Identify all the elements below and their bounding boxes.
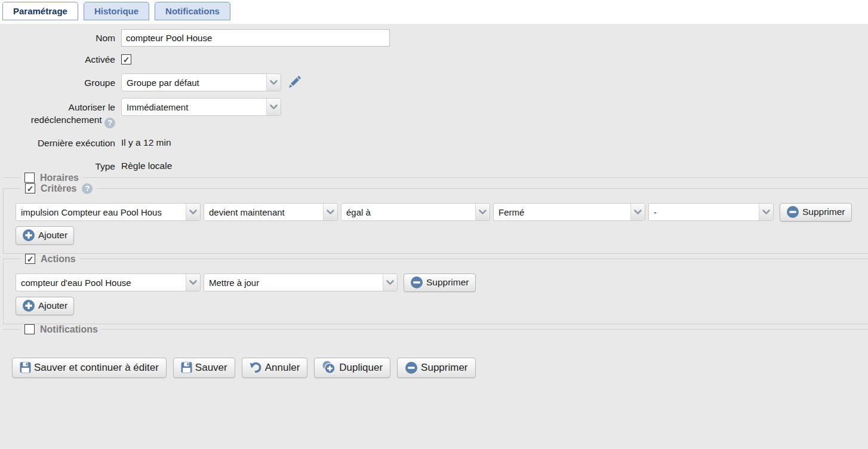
last-execution-label: Dernière exécution <box>0 137 121 149</box>
critere-extra-select[interactable]: - <box>648 203 774 221</box>
critere-operator-value: égal à <box>341 207 475 217</box>
duplicate-label: Dupliquer <box>339 362 383 374</box>
critere-add-button[interactable]: Ajouter <box>16 226 74 245</box>
critere-valeur-value: Fermé <box>494 207 630 217</box>
retrigger-label: Autoriser le redéclenchement ? <box>0 98 121 128</box>
chevron-down-icon <box>630 204 645 220</box>
delete-button[interactable]: Supprimer <box>397 358 475 378</box>
retrigger-help-icon[interactable]: ? <box>104 118 115 128</box>
critere-row: impulsion Compteur eau Pool Hous devient… <box>16 203 868 222</box>
save-and-continue-label: Sauver et continuer à éditer <box>34 362 159 374</box>
retrigger-label-line1: Autoriser le <box>69 102 115 112</box>
activee-row: Activée ✓ <box>0 53 868 66</box>
retrigger-row: Autoriser le redéclenchement ? Immédiate… <box>0 98 868 128</box>
minus-circle-icon <box>410 276 423 289</box>
chevron-down-icon <box>266 99 281 115</box>
chevron-down-icon <box>323 204 337 220</box>
duplicate-button[interactable]: Dupliquer <box>314 358 390 378</box>
type-row: Type Règle locale <box>0 160 868 173</box>
section-notifications: Notifications <box>3 324 868 335</box>
chevron-down-icon <box>383 274 397 291</box>
save-icon <box>20 362 31 373</box>
section-actions: ✓ Actions compteur d'eau Pool House Mett… <box>3 254 868 324</box>
chevron-down-icon <box>186 204 200 220</box>
notifications-checkbox[interactable] <box>24 324 35 334</box>
tab-parametrage[interactable]: Paramétrage <box>2 2 78 20</box>
nom-row: Nom <box>0 29 868 47</box>
horaires-checkbox[interactable] <box>24 173 35 183</box>
duplicate-icon <box>322 361 336 374</box>
section-criteres: ✓ Critères ? impulsion Compteur eau Pool… <box>3 183 868 254</box>
critere-delete-button[interactable]: Supprimer <box>780 203 852 222</box>
cancel-button[interactable]: Annuler <box>242 358 308 378</box>
edit-group-pencil-icon[interactable] <box>287 75 301 90</box>
action-device-select[interactable]: compteur d'eau Pool House <box>16 273 201 291</box>
retrigger-select[interactable]: Immédiatement <box>121 98 281 116</box>
activee-label: Activée <box>0 53 121 66</box>
chevron-down-icon <box>759 204 773 220</box>
actions-legend-label: Actions <box>41 254 76 265</box>
action-add-button[interactable]: Ajouter <box>16 297 74 315</box>
groupe-select-value: Groupe par défaut <box>122 78 266 88</box>
type-label: Type <box>0 160 121 173</box>
save-icon <box>181 362 192 373</box>
criteres-checkbox[interactable]: ✓ <box>25 183 35 193</box>
tab-notifications[interactable]: Notifications <box>155 2 230 20</box>
retrigger-select-value: Immédiatement <box>122 102 266 112</box>
activee-checkbox[interactable]: ✓ <box>121 54 131 64</box>
action-delete-label: Supprimer <box>426 277 469 288</box>
plus-circle-icon <box>22 229 35 242</box>
critere-delete-label: Supprimer <box>802 207 845 217</box>
action-add-label: Ajouter <box>38 300 67 311</box>
retrigger-label-line2: redéclenchement <box>31 115 102 125</box>
parametrage-panel: Nom Activée ✓ Groupe Groupe par défaut A… <box>0 24 868 449</box>
last-execution-row: Dernière exécution Il y a 12 min <box>0 137 868 149</box>
action-row: compteur d'eau Pool House Mettre à jour … <box>16 273 868 292</box>
tab-historique[interactable]: Historique <box>84 2 149 20</box>
action-command-value: Mettre à jour <box>204 278 383 288</box>
criteres-help-icon[interactable]: ? <box>82 183 93 194</box>
chevron-down-icon <box>266 74 281 91</box>
groupe-select[interactable]: Groupe par défaut <box>121 73 281 91</box>
action-command-select[interactable]: Mettre à jour <box>204 273 398 291</box>
groupe-label: Groupe <box>0 76 121 89</box>
nom-label: Nom <box>0 32 121 44</box>
plus-circle-icon <box>22 299 35 312</box>
tab-bar: Paramétrage Historique Notifications <box>0 0 868 20</box>
critere-device-select[interactable]: impulsion Compteur eau Pool Hous <box>16 203 201 221</box>
critere-valeur-select[interactable]: Fermé <box>493 203 645 221</box>
section-horaires: Horaires <box>3 173 868 183</box>
critere-operator-select[interactable]: égal à <box>341 203 490 221</box>
groupe-row: Groupe Groupe par défaut <box>0 73 868 91</box>
criteres-legend-label: Critères <box>41 183 76 194</box>
action-delete-button[interactable]: Supprimer <box>404 273 476 292</box>
nom-input[interactable] <box>121 29 390 47</box>
minus-circle-icon <box>786 205 799 219</box>
chevron-down-icon <box>186 274 200 291</box>
chevron-down-icon <box>475 204 490 220</box>
cancel-label: Annuler <box>265 362 300 374</box>
critere-device-value: impulsion Compteur eau Pool Hous <box>16 207 186 217</box>
footer-button-bar: Sauver et continuer à éditer Sauver Annu… <box>12 358 868 378</box>
notifications-legend-label: Notifications <box>40 324 98 335</box>
save-button[interactable]: Sauver <box>173 358 235 378</box>
horaires-legend-label: Horaires <box>40 173 79 183</box>
action-device-value: compteur d'eau Pool House <box>16 278 186 288</box>
save-label: Sauver <box>195 362 227 374</box>
critere-trigger-value: devient maintenant <box>204 207 323 217</box>
actions-checkbox[interactable]: ✓ <box>25 254 35 264</box>
minus-circle-icon <box>405 361 418 374</box>
critere-add-label: Ajouter <box>38 230 67 241</box>
undo-icon <box>250 362 262 373</box>
delete-label: Supprimer <box>421 362 467 374</box>
critere-extra-value: - <box>649 207 759 217</box>
last-execution-value: Il y a 12 min <box>121 137 171 148</box>
save-and-continue-button[interactable]: Sauver et continuer à éditer <box>12 358 167 378</box>
type-value: Règle locale <box>121 161 172 171</box>
critere-trigger-select[interactable]: devient maintenant <box>204 203 338 221</box>
